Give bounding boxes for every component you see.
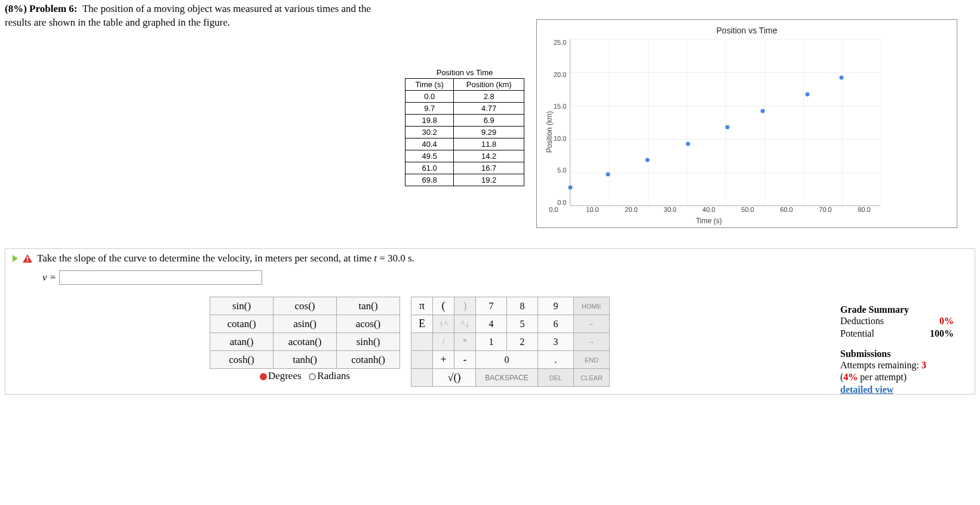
data-table-container: Position vs Time Time (s) Position (km) … [405,68,524,186]
chart-ylabel: Position (km) [543,39,554,225]
potential-value: 100% [930,328,954,340]
key-backspace[interactable]: BACKSPACE [476,369,538,387]
chart-point [646,158,650,162]
table-row: 0.02.8 [405,91,524,103]
table-row: 9.74.77 [405,103,524,115]
chart-point [726,125,730,129]
problem-header-row: (8%) Problem 6: The position of a moving… [5,2,975,228]
key-acos[interactable]: acos() [337,315,400,333]
key-0[interactable]: 0 [476,351,538,369]
key-5[interactable]: 5 [507,315,538,333]
problem-statement: (8%) Problem 6: The position of a moving… [5,2,393,30]
key-dot[interactable]: . [538,351,574,369]
key-sqrt[interactable]: √() [433,369,476,387]
key-star[interactable]: * [454,333,476,351]
angle-mode: Degrees Radians [210,370,400,382]
key-2[interactable]: 2 [507,333,538,351]
grade-summary: Grade Summary Deductions0% Potential100%… [840,304,954,397]
col-position-header: Position (km) [454,79,524,91]
key-atan[interactable]: atan() [210,333,274,351]
submissions-title: Submissions [840,349,954,359]
part-panel: Take the slope of the curve to determine… [5,248,975,395]
key-sin[interactable]: sin() [210,297,274,315]
key-7[interactable]: 7 [476,297,507,315]
chart-container: Position vs Time Position (km) 25.0 20.0… [536,19,957,228]
key-cos[interactable]: cos() [274,297,337,315]
chart-point [761,109,765,113]
table-header-row: Time (s) Position (km) [405,79,524,91]
answer-row: v = [42,270,967,285]
data-table-caption: Position vs Time [405,68,524,77]
chart-point [569,185,573,189]
answer-input[interactable] [59,270,262,285]
key-plus[interactable]: + [433,351,454,369]
key-tan[interactable]: tan() [337,297,400,315]
key-rparen[interactable]: ) [454,297,476,315]
chart-yaxis: 25.0 20.0 15.0 10.0 5.0 0.0 [554,39,570,206]
key-slash[interactable]: / [433,333,454,351]
table-row: 61.016.7 [405,162,524,174]
key-lparen[interactable]: ( [433,297,454,315]
key-pi[interactable]: π [411,297,433,315]
expand-icon[interactable] [13,255,18,262]
answer-label: v = [42,272,56,283]
chart-title: Position vs Time [543,26,951,35]
key-9[interactable]: 9 [538,297,574,315]
chart-xaxis: 0.010.020.030.040.050.060.070.080.0 [554,206,864,215]
part-prompt: Take the slope of the curve to determine… [37,252,414,264]
table-row: 19.86.9 [405,115,524,127]
problem-weight: (8%) [5,3,27,14]
chart-point [606,172,610,176]
key-end[interactable]: END [574,351,610,369]
key-asin[interactable]: asin() [274,315,337,333]
data-table: Time (s) Position (km) 0.02.8 9.74.77 19… [405,78,524,186]
chart-point [686,141,690,146]
radio-radians[interactable] [309,373,316,380]
key-caret-up[interactable]: ↑^ [433,315,454,333]
key-1[interactable]: 1 [476,333,507,351]
key-left[interactable]: ← [574,315,610,333]
key-8[interactable]: 8 [507,297,538,315]
part-prompt-row: Take the slope of the curve to determine… [13,252,967,264]
table-row: 69.819.2 [405,174,524,186]
key-cotan[interactable]: cotan() [210,315,274,333]
deductions-value: 0% [939,315,954,328]
key-minus[interactable]: - [454,351,476,369]
table-row: 40.411.8 [405,138,524,150]
key-sinh[interactable]: sinh() [337,333,400,351]
svg-rect-2 [27,260,28,261]
key-E[interactable]: E [411,315,433,333]
grade-summary-title: Grade Summary [840,304,954,315]
key-3[interactable]: 3 [538,333,574,351]
key-del[interactable]: DEL [538,369,574,387]
function-keys: sin() cos() tan() cotan() asin() acos() … [210,297,400,369]
key-cotanh[interactable]: cotanh() [337,351,400,369]
chart-point [805,92,809,96]
detailed-view-link[interactable]: detailed view [840,384,893,395]
keypad: sin() cos() tan() cotan() asin() acos() … [210,297,610,387]
key-4[interactable]: 4 [476,315,507,333]
key-acotan[interactable]: acotan() [274,333,337,351]
chart-xlabel: Time (s) [554,217,864,225]
key-cosh[interactable]: cosh() [210,351,274,369]
attempts-remaining: 3 [921,360,926,370]
chart-plot-area [570,39,880,206]
col-time-header: Time (s) [405,79,454,91]
table-row: 30.29.29 [405,127,524,138]
key-tanh[interactable]: tanh() [274,351,337,369]
key-home[interactable]: HOME [574,297,610,315]
key-clear[interactable]: CLEAR [574,369,610,387]
warning-icon [23,254,32,263]
chart-point [840,75,844,79]
key-6[interactable]: 6 [538,315,574,333]
problem-number: Problem 6: [29,3,77,14]
key-right[interactable]: → [574,333,610,351]
radio-degrees[interactable] [260,373,267,380]
key-caret-down[interactable]: ^↓ [454,315,476,333]
numeric-keys: π ( ) 7 8 9 HOME E ↑^ ^↓ 4 5 6 ← [411,297,610,387]
table-row: 49.514.2 [405,150,524,162]
svg-rect-1 [27,257,28,260]
